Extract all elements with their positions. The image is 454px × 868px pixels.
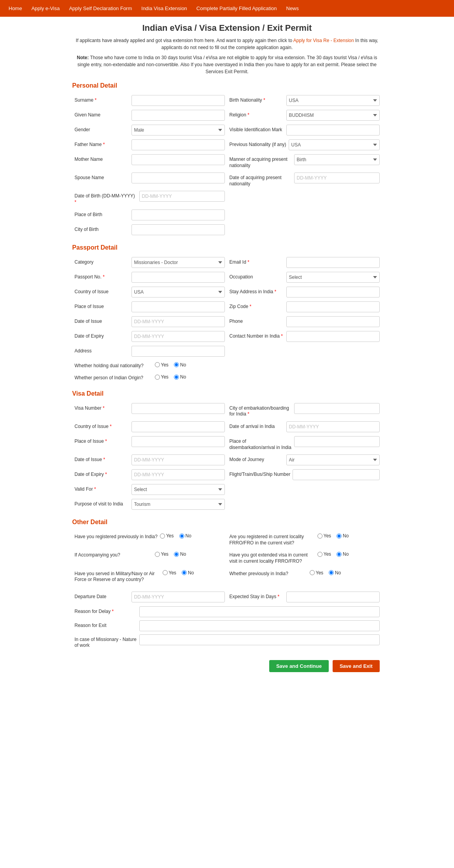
note-text: Note: Those who have come to India on 30… [72,54,382,75]
dual-nationality-radio[interactable]: Yes No [155,361,186,368]
indian-origin-yes[interactable] [155,375,160,380]
spouse-name-input[interactable] [131,173,225,183]
nav-home[interactable]: Home [4,0,27,17]
reg-locality-yes[interactable] [317,533,323,539]
prev-india-no[interactable] [329,570,334,575]
category-select[interactable]: Missionaries - DoctorNormalOfficialDiplo… [131,257,225,268]
surname-label: Surname [75,95,129,104]
father-name-input[interactable] [131,139,225,150]
flight-label: Flight/Train/Bus/Ship Number [230,469,291,478]
dual-nationality-no[interactable] [174,362,179,367]
indian-origin-no[interactable] [174,375,179,380]
registered-prev-radio[interactable]: Yes No [160,532,191,539]
expected-stay-input[interactable] [286,592,380,602]
valid-for-label: Valid For [75,484,129,493]
prev-india-radio[interactable]: Yes No [310,569,341,576]
given-name-label: Given Name [75,110,129,118]
nav-self-declaration[interactable]: Apply Self Declaration Form [64,0,137,17]
ext-visa-no[interactable] [337,552,342,557]
mother-name-input[interactable] [131,154,225,165]
save-exit-button[interactable]: Save and Exit [333,660,380,672]
military-yes[interactable] [163,570,168,575]
visa-place-input[interactable] [131,436,225,447]
passport-country-select[interactable]: USAIndiaUK [131,287,225,298]
birth-nationality-select[interactable]: USAIndiaUKCanada [286,95,380,106]
date-expiry-pp-label: Date of Expiry [75,331,129,340]
passport-no-input[interactable] [131,272,225,283]
flight-input[interactable] [293,469,379,480]
gender-select[interactable]: MaleFemaleOther [131,125,225,136]
occupation-select[interactable]: SelectStudentBusinessService [286,272,380,283]
button-bar: Save and Continue Save and Exit [72,660,382,672]
surname-input[interactable] [131,95,225,106]
phone-label: Phone [230,316,284,325]
contact-india-input[interactable] [286,331,380,342]
passport-no-label: Passport No. [75,272,129,280]
military-label: Have you served in Military/Navy or Air … [75,569,160,583]
visa-date-issue-label: Date of Issue [75,454,129,463]
extended-visa-radio[interactable]: Yes No [317,550,349,557]
visible-id-input[interactable] [286,125,380,136]
prev-india-yes[interactable] [310,570,315,575]
place-disembark-input[interactable] [294,436,380,447]
phone-input[interactable] [286,316,380,327]
re-extension-link[interactable]: Apply for Visa Re - Extension [293,38,354,43]
nav-evisa[interactable]: Apply e-Visa [27,0,65,17]
dual-nationality-yes[interactable] [155,362,160,367]
visa-date-issue-input[interactable] [131,454,225,465]
reg-prev-no[interactable] [179,533,184,539]
city-birth-input[interactable] [131,224,225,235]
date-expiry-pp-input[interactable] [131,331,225,342]
military-radio[interactable]: Yes No [163,569,194,576]
manner-select[interactable]: BirthNaturalizationRegistrationOther [294,154,380,165]
visa-country-label: Country of Issue [75,421,129,430]
given-name-input[interactable] [131,110,225,121]
purpose-select[interactable]: TourismBusinessMedicalStudent [131,499,225,510]
email-input[interactable] [286,257,380,268]
religion-select[interactable]: BUDDHISMCHRISTIANITYHINDUISMISLAM [286,110,380,121]
dob-input[interactable] [139,191,225,202]
reg-locality-no[interactable] [337,533,342,539]
prev-nationality-label: Previous Nationality (if any) [230,139,286,148]
reason-exit-label: Reason for Exit [75,620,137,629]
reg-locality-radio[interactable]: Yes No [317,532,349,539]
visa-number-input[interactable] [131,403,225,414]
navigation: Home Apply e-Visa Apply Self Declaration… [0,0,454,17]
date-arrival-label: Date of arrival in India [230,421,284,430]
nav-complete-partial[interactable]: Complete Partially Filled Application [192,0,282,17]
stay-address-input[interactable] [286,287,380,298]
accompanying-radio[interactable]: Yes No [155,550,186,557]
place-birth-input[interactable] [131,210,225,220]
missionary-nature-input[interactable] [139,634,380,645]
reason-exit-input[interactable] [139,620,380,631]
occupation-label: Occupation [230,272,284,280]
reg-locality-label: Are you registered in current locality F… [230,532,315,546]
military-no[interactable] [182,570,187,575]
valid-for-select[interactable]: Select1 Year2 Years5 Years [131,484,225,495]
ext-visa-yes[interactable] [317,552,323,557]
reg-prev-yes[interactable] [160,533,165,539]
place-issue-label: Place of Issue [75,301,129,310]
prev-nationality-select[interactable]: USAIndiaUKNone [289,139,380,150]
indian-origin-radio[interactable]: Yes No [155,373,186,380]
visa-country-input[interactable] [131,421,225,432]
address-input[interactable] [131,346,225,357]
visa-date-expiry-input[interactable] [131,469,225,480]
date-issue-pp-input[interactable] [131,316,225,327]
zip-code-input[interactable] [286,301,380,312]
nav-news[interactable]: News [282,0,304,17]
page-title: Indian eVisa / Visa Extension / Exit Per… [72,23,382,33]
date-arrival-input[interactable] [286,421,380,432]
accompany-no[interactable] [174,552,179,557]
departure-date-input[interactable] [131,592,225,602]
date-acquiring-input[interactable] [294,173,380,183]
city-embark-input[interactable] [294,403,380,414]
reason-delay-input[interactable] [139,606,380,617]
prev-india-label: Whether previously in India? [230,569,307,577]
mode-journey-select[interactable]: AirSeaLand [286,454,380,465]
accompany-yes[interactable] [155,552,160,557]
nav-extension[interactable]: India Visa Extension [137,0,192,17]
departure-date-label: Departure Date [75,592,129,600]
save-continue-button[interactable]: Save and Continue [269,660,329,672]
place-issue-input[interactable] [131,301,225,312]
